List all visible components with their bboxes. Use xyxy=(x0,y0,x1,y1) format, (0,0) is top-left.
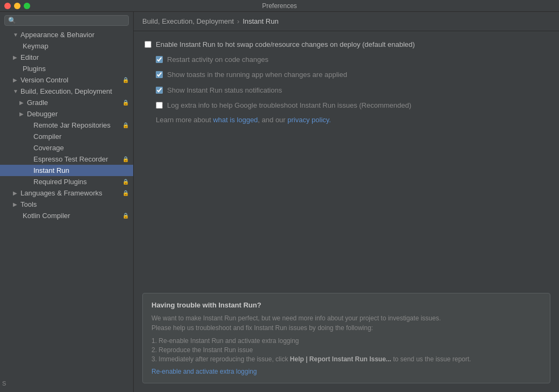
arrow-icon: ▶ xyxy=(13,54,20,60)
sidebar-item-label: Debugger xyxy=(27,110,129,118)
lock-icon: 🔒 xyxy=(122,77,129,83)
trouble-step-2: 2. Reproduce the Instant Run issue xyxy=(151,346,541,354)
search-input[interactable] xyxy=(18,17,125,24)
sidebar-item-label: Tools xyxy=(20,200,129,208)
lock-icon: 🔒 xyxy=(122,213,129,219)
sidebar-item-build-execution-deployment[interactable]: ▼ Build, Execution, Deployment xyxy=(0,86,133,97)
log-extra-info-label: Log extra info to help Google troublesho… xyxy=(167,101,411,110)
lock-icon: 🔒 xyxy=(122,100,129,106)
sidebar-item-gradle[interactable]: ▶ Gradle 🔒 xyxy=(0,97,133,108)
sidebar-item-plugins[interactable]: Plugins xyxy=(0,63,133,74)
show-notifications-checkbox[interactable] xyxy=(156,87,163,94)
restart-activity-row: Restart activity on code changes xyxy=(156,55,548,65)
sidebar-item-kotlin-compiler[interactable]: Kotlin Compiler 🔒 xyxy=(0,210,133,221)
show-notifications-label: Show Instant Run status notifications xyxy=(167,86,282,95)
sidebar-item-tools[interactable]: ▶ Tools xyxy=(0,199,133,210)
sidebar-item-label: Build, Execution, Deployment xyxy=(20,87,129,95)
enable-instant-run-checkbox[interactable] xyxy=(144,41,151,48)
learn-more-section: Learn more about what is logged, and our… xyxy=(156,116,548,124)
sidebar-item-label: Plugins xyxy=(23,65,129,73)
search-icon: 🔍 xyxy=(8,17,16,24)
lock-icon: 🔒 xyxy=(122,190,129,196)
sidebar-item-espresso-test-recorder[interactable]: Espresso Test Recorder 🔒 xyxy=(0,153,133,165)
sidebar-item-required-plugins[interactable]: Required Plugins 🔒 xyxy=(0,176,133,187)
arrow-icon: ▶ xyxy=(19,100,27,106)
sidebar-item-label: Instant Run xyxy=(33,166,129,174)
arrow-icon: ▶ xyxy=(19,111,27,117)
sidebar-item-version-control[interactable]: ▶ Version Control 🔒 xyxy=(0,74,133,86)
show-toasts-row: Show toasts in the running app when chan… xyxy=(156,70,548,80)
sidebar-item-label: Compiler xyxy=(33,132,129,141)
log-extra-info-row: Log extra info to help Google troublesho… xyxy=(156,101,548,110)
os-label: S xyxy=(2,380,6,387)
log-extra-info-checkbox[interactable] xyxy=(156,102,163,109)
restart-activity-checkbox[interactable] xyxy=(156,56,163,63)
maximize-button[interactable] xyxy=(24,3,30,9)
show-toasts-label: Show toasts in the running app when chan… xyxy=(167,70,347,80)
sidebar: 🔍 ▼ Appearance & Behavior Keymap ▶ Edito… xyxy=(0,12,134,392)
lock-icon: 🔒 xyxy=(122,179,129,185)
trouble-body: We want to make Instant Run perfect, but… xyxy=(151,313,541,333)
sidebar-item-label: Remote Jar Repositories xyxy=(33,121,120,129)
show-notifications-row: Show Instant Run status notifications xyxy=(156,86,548,95)
sidebar-item-label: Espresso Test Recorder xyxy=(33,155,120,163)
restart-activity-label: Restart activity on code changes xyxy=(167,55,268,65)
arrow-icon: ▶ xyxy=(13,77,20,83)
sidebar-item-compiler[interactable]: Compiler xyxy=(0,131,133,142)
privacy-policy-link[interactable]: privacy policy. xyxy=(287,116,331,124)
sidebar-item-label: Appearance & Behavior xyxy=(20,31,129,39)
sidebar-item-debugger[interactable]: ▶ Debugger xyxy=(0,108,133,120)
content-area: Build, Execution, Deployment › Instant R… xyxy=(134,12,559,392)
breadcrumb-current: Instant Run xyxy=(243,17,279,25)
window-controls[interactable] xyxy=(4,3,30,9)
main-setting-row: Enable Instant Run to hot swap code/reso… xyxy=(144,40,548,50)
re-enable-logging-link[interactable]: Re-enable and activate extra logging xyxy=(151,368,257,375)
lock-icon: 🔒 xyxy=(122,122,129,128)
breadcrumb-parent: Build, Execution, Deployment xyxy=(142,17,234,25)
help-menu-path: Help | Report Instant Run Issue... xyxy=(290,355,391,363)
window-title: Preferences xyxy=(262,2,297,10)
sidebar-item-appearance-behavior[interactable]: ▼ Appearance & Behavior xyxy=(0,29,133,40)
title-bar: Preferences xyxy=(0,0,559,12)
arrow-icon: ▶ xyxy=(13,190,20,196)
settings-content: Enable Instant Run to hot swap code/reso… xyxy=(134,31,559,293)
learn-more-text-middle: , and our xyxy=(258,116,287,124)
sidebar-item-editor[interactable]: ▶ Editor xyxy=(0,52,133,63)
step-num: 2. xyxy=(151,346,157,354)
search-box[interactable]: 🔍 xyxy=(4,15,129,26)
sidebar-item-languages-frameworks[interactable]: ▶ Languages & Frameworks 🔒 xyxy=(0,187,133,199)
arrow-icon: ▶ xyxy=(13,201,20,207)
trouble-box: Having trouble with Instant Run? We want… xyxy=(142,293,550,383)
sidebar-item-label: Required Plugins xyxy=(33,178,120,186)
close-button[interactable] xyxy=(4,3,11,9)
breadcrumb-arrow: › xyxy=(237,17,239,25)
sub-options: Restart activity on code changes Show to… xyxy=(156,55,548,110)
learn-more-text-before: Learn more about xyxy=(156,116,213,124)
sidebar-item-label: Version Control xyxy=(20,76,120,84)
sidebar-item-keymap[interactable]: Keymap xyxy=(0,40,133,52)
step-num: 3. xyxy=(151,355,157,363)
what-is-logged-link[interactable]: what is logged xyxy=(213,116,258,124)
sidebar-item-label: Editor xyxy=(20,53,129,61)
show-toasts-checkbox[interactable] xyxy=(156,71,163,78)
sidebar-item-label: Keymap xyxy=(23,42,129,50)
arrow-icon: ▼ xyxy=(13,32,20,38)
arrow-icon: ▼ xyxy=(13,88,20,94)
sidebar-item-label: Kotlin Compiler xyxy=(23,212,120,220)
main-layout: 🔍 ▼ Appearance & Behavior Keymap ▶ Edito… xyxy=(0,12,559,392)
sidebar-item-label: Coverage xyxy=(33,144,129,152)
step-num: 1. xyxy=(151,337,157,345)
breadcrumb: Build, Execution, Deployment › Instant R… xyxy=(134,12,559,31)
sidebar-item-label: Languages & Frameworks xyxy=(20,189,120,197)
sidebar-item-remote-jar-repositories[interactable]: Remote Jar Repositories 🔒 xyxy=(0,120,133,131)
trouble-step-1: 1. Re-enable Instant Run and activate ex… xyxy=(151,337,541,345)
lock-icon: 🔒 xyxy=(122,156,129,162)
sidebar-item-instant-run[interactable]: Instant Run xyxy=(0,165,133,176)
trouble-title: Having trouble with Instant Run? xyxy=(151,301,541,309)
enable-instant-run-label: Enable Instant Run to hot swap code/reso… xyxy=(156,40,415,50)
trouble-steps: 1. Re-enable Instant Run and activate ex… xyxy=(151,337,541,363)
sidebar-item-label: Gradle xyxy=(27,99,120,107)
sidebar-item-coverage[interactable]: Coverage xyxy=(0,142,133,153)
minimize-button[interactable] xyxy=(14,3,20,9)
trouble-step-3: 3. Immediately after reproducing the iss… xyxy=(151,355,541,363)
